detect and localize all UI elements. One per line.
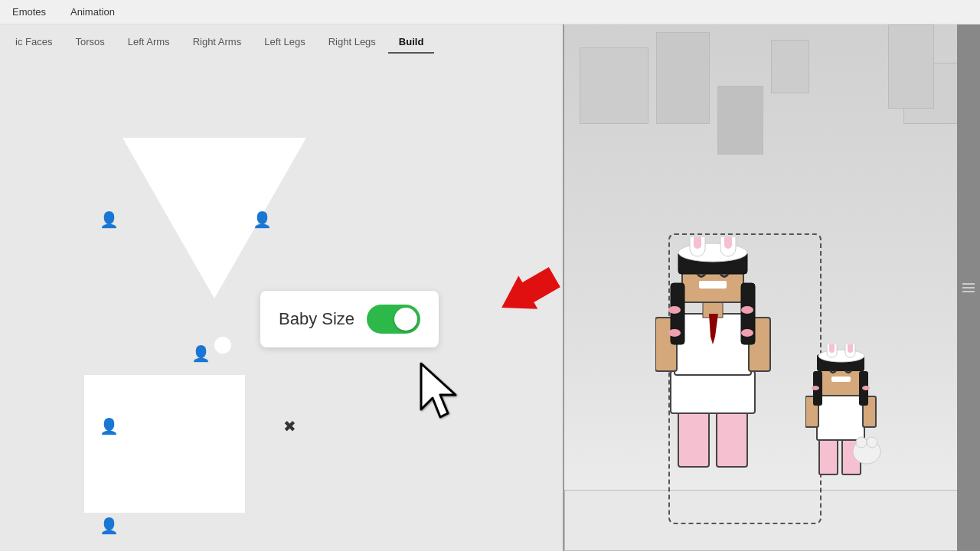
svg-point-42 (856, 437, 867, 448)
handle-top-right[interactable]: 👤 (253, 210, 272, 229)
menu-item-emotes[interactable]: Emotes (8, 3, 51, 21)
bg-block-4 (888, 24, 934, 109)
big-character (655, 237, 793, 482)
svg-point-43 (867, 437, 877, 448)
tab-left-legs[interactable]: Left Legs (253, 31, 316, 54)
bg-block-1 (580, 47, 648, 124)
handle-mid[interactable]: 👤 (191, 344, 211, 363)
handle-mid-left[interactable]: 👤 (100, 417, 119, 435)
svg-point-14 (668, 306, 681, 314)
svg-rect-40 (848, 344, 853, 353)
tab-right-legs[interactable]: Right Legs (318, 31, 387, 54)
baby-size-toggle-card: Baby Size (260, 291, 439, 347)
left-panel: ic Faces Torsos Left Arms Right Arms Lef… (0, 24, 564, 551)
handle-bot-left[interactable]: 👤 (100, 517, 119, 535)
svg-rect-3 (717, 406, 747, 467)
thumbnail-lines (962, 283, 975, 292)
svg-point-34 (812, 386, 819, 390)
svg-rect-4 (671, 371, 755, 413)
svg-point-18 (678, 243, 747, 262)
right-panel (564, 24, 980, 551)
svg-point-17 (741, 329, 753, 337)
svg-rect-2 (678, 406, 709, 467)
svg-rect-21 (694, 237, 701, 249)
cursor-pointer (417, 360, 463, 424)
bg-block-5 (717, 86, 763, 155)
svg-rect-31 (831, 377, 851, 382)
thumb-line-3 (962, 291, 975, 292)
main-layout: ic Faces Torsos Left Arms Right Arms Lef… (0, 24, 980, 551)
lower-body-rect (84, 375, 245, 513)
small-character (805, 344, 882, 482)
svg-marker-1 (421, 364, 456, 417)
tab-right-arms[interactable]: Right Arms (182, 31, 253, 54)
svg-rect-24 (819, 436, 838, 474)
svg-rect-26 (817, 394, 864, 440)
toggle-knob (394, 308, 417, 331)
torso-triangle (122, 138, 306, 298)
baby-size-toggle[interactable] (367, 305, 420, 334)
bg-block-6 (771, 40, 809, 93)
menu-item-animation[interactable]: Animation (66, 3, 119, 21)
top-menu-bar: Emotes Animation (0, 0, 980, 24)
game-scene (564, 24, 980, 551)
thumb-line-2 (962, 287, 975, 289)
handle-top-left[interactable]: 👤 (100, 210, 119, 229)
svg-rect-11 (699, 281, 727, 289)
svg-point-16 (668, 329, 681, 337)
tab-build[interactable]: Build (388, 31, 435, 54)
svg-rect-22 (724, 237, 732, 249)
red-arrow (475, 279, 567, 344)
svg-marker-0 (492, 260, 564, 324)
thumb-line-1 (962, 283, 975, 285)
handle-mid-right[interactable]: ✖ (283, 417, 296, 435)
tab-torsos[interactable]: Torsos (64, 31, 115, 54)
svg-point-36 (818, 350, 864, 362)
tab-left-arms[interactable]: Left Arms (117, 31, 181, 54)
tab-bar: ic Faces Torsos Left Arms Right Arms Lef… (0, 24, 564, 54)
svg-rect-39 (829, 344, 835, 353)
bg-block-2 (656, 32, 710, 124)
waist-circle (214, 337, 231, 354)
svg-point-15 (741, 306, 753, 314)
thumbnail-scrollbar[interactable] (957, 24, 980, 551)
svg-point-35 (862, 386, 870, 390)
canvas-area: 👤 👤 👤 👤 ✖ 👤 👤 Baby Size (0, 54, 564, 551)
baby-size-label: Baby Size (279, 309, 354, 329)
tab-classic-faces[interactable]: ic Faces (5, 31, 63, 54)
